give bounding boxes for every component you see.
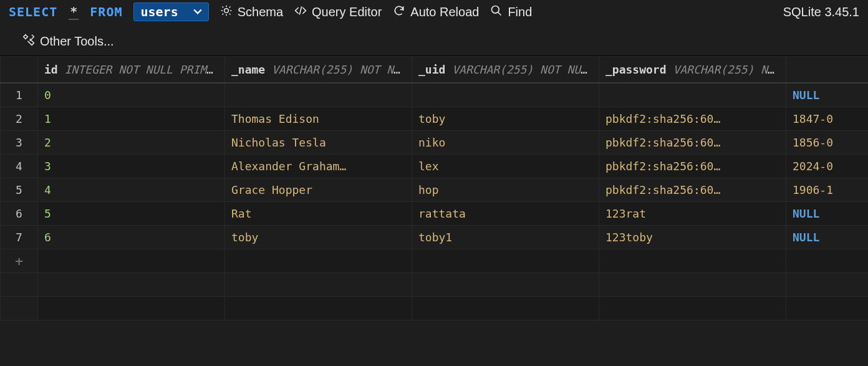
add-row[interactable]: + bbox=[1, 249, 869, 272]
col-name: _name bbox=[231, 63, 265, 76]
cell-id[interactable]: 1 bbox=[38, 107, 225, 130]
empty-cell bbox=[599, 296, 786, 320]
empty-cell bbox=[786, 296, 869, 320]
cell-name[interactable]: Thomas Edison bbox=[225, 107, 412, 130]
code-icon bbox=[294, 4, 307, 20]
find-button[interactable]: Find bbox=[490, 4, 532, 20]
cell-uid[interactable]: toby bbox=[412, 107, 599, 130]
cell-password[interactable]: 123rat bbox=[599, 201, 786, 225]
empty-cell[interactable] bbox=[412, 249, 599, 272]
table-dropdown[interactable]: users bbox=[133, 2, 208, 21]
empty-cell bbox=[786, 272, 869, 296]
empty-cell bbox=[225, 296, 412, 320]
empty-cell[interactable] bbox=[225, 249, 412, 272]
cell-created[interactable]: 1906-1 bbox=[786, 178, 869, 201]
table-row: 54Grace Hopperhoppbkdf2:sha256:60…1906-1 bbox=[1, 178, 869, 201]
gear-icon bbox=[220, 4, 233, 20]
table-dropdown-label: users bbox=[140, 4, 178, 19]
empty-cell bbox=[38, 296, 225, 320]
header-row: id INTEGER NOT NULL PRIMARY KEY _name VA… bbox=[1, 57, 869, 84]
table-row: 43Alexander Graham…lexpbkdf2:sha256:60…2… bbox=[1, 154, 869, 178]
table-row: 10NULL bbox=[1, 83, 869, 107]
column-header-created[interactable]: _c bbox=[786, 57, 869, 84]
row-number[interactable]: 4 bbox=[1, 154, 38, 178]
cell-created[interactable]: NULL bbox=[786, 201, 869, 225]
empty-cell bbox=[412, 272, 599, 296]
query-editor-button[interactable]: Query Editor bbox=[294, 4, 382, 20]
cell-password[interactable]: pbkdf2:sha256:60… bbox=[599, 178, 786, 201]
tools-icon bbox=[22, 34, 35, 49]
auto-reload-label: Auto Reload bbox=[410, 5, 479, 19]
auto-reload-button[interactable]: Auto Reload bbox=[393, 4, 479, 20]
sql-columns-selector[interactable]: * bbox=[69, 4, 79, 20]
row-number[interactable]: 3 bbox=[1, 130, 38, 154]
schema-label: Schema bbox=[238, 5, 283, 19]
cell-password[interactable]: pbkdf2:sha256:60… bbox=[599, 107, 786, 130]
cell-created[interactable]: 1847-0 bbox=[786, 107, 869, 130]
cell-uid[interactable]: rattata bbox=[412, 201, 599, 225]
sql-from-keyword: FROM bbox=[90, 4, 122, 19]
empty-cell[interactable] bbox=[38, 249, 225, 272]
cell-password[interactable]: pbkdf2:sha256:60… bbox=[599, 130, 786, 154]
row-number[interactable]: 5 bbox=[1, 178, 38, 201]
column-header-uid[interactable]: _uid VARCHAR(255) NOT NULL UNIQUE bbox=[412, 57, 599, 84]
cell-uid[interactable] bbox=[412, 83, 599, 107]
cell-name[interactable]: toby bbox=[225, 225, 412, 249]
cell-name[interactable]: Grace Hopper bbox=[225, 178, 412, 201]
cell-password[interactable]: pbkdf2:sha256:60… bbox=[599, 154, 786, 178]
cell-created[interactable]: NULL bbox=[786, 83, 869, 107]
cell-password[interactable]: 123toby bbox=[599, 225, 786, 249]
cell-uid[interactable]: lex bbox=[412, 154, 599, 178]
table-row: 65Ratrattata123ratNULL bbox=[1, 201, 869, 225]
schema-button[interactable]: Schema bbox=[220, 4, 283, 20]
cell-id[interactable]: 0 bbox=[38, 83, 225, 107]
table-row: 21Thomas Edisontobypbkdf2:sha256:60…1847… bbox=[1, 107, 869, 130]
other-tools-button[interactable]: Other Tools... bbox=[22, 34, 114, 49]
empty-cell[interactable] bbox=[599, 249, 786, 272]
reload-icon bbox=[393, 4, 405, 20]
search-icon bbox=[490, 4, 503, 20]
cell-id[interactable]: 4 bbox=[38, 178, 225, 201]
empty-row bbox=[1, 272, 869, 296]
column-header-password[interactable]: _password VARCHAR(255) NOT NULL bbox=[599, 57, 786, 84]
col-name: id bbox=[44, 63, 58, 76]
col-name: _uid bbox=[418, 63, 445, 76]
plus-icon[interactable]: + bbox=[1, 249, 38, 272]
svg-point-0 bbox=[492, 6, 499, 13]
empty-cell[interactable] bbox=[786, 249, 869, 272]
cell-id[interactable]: 5 bbox=[38, 201, 225, 225]
cell-name[interactable]: Nicholas Tesla bbox=[225, 130, 412, 154]
find-label: Find bbox=[508, 5, 532, 19]
empty-cell bbox=[412, 296, 599, 320]
cell-uid[interactable]: niko bbox=[412, 130, 599, 154]
cell-id[interactable]: 6 bbox=[38, 225, 225, 249]
cell-uid[interactable]: hop bbox=[412, 178, 599, 201]
cell-created[interactable]: NULL bbox=[786, 225, 869, 249]
table-row: 32Nicholas Teslanikopbkdf2:sha256:60…185… bbox=[1, 130, 869, 154]
gutter-header bbox=[1, 57, 38, 84]
cell-id[interactable]: 2 bbox=[38, 130, 225, 154]
column-header-name[interactable]: _name VARCHAR(255) NOT NULL bbox=[225, 57, 412, 84]
other-tools-label: Other Tools... bbox=[40, 34, 114, 49]
row-number[interactable]: 1 bbox=[1, 83, 38, 107]
toolbar: SELECT * FROM users Schema Query Editor … bbox=[0, 0, 868, 55]
row-number bbox=[1, 296, 38, 320]
cell-name[interactable]: Rat bbox=[225, 201, 412, 225]
cell-uid[interactable]: toby1 bbox=[412, 225, 599, 249]
row-number bbox=[1, 272, 38, 296]
col-type: INTEGER NOT NULL PRIMARY KEY bbox=[65, 63, 225, 76]
cell-id[interactable]: 3 bbox=[38, 154, 225, 178]
empty-cell bbox=[599, 272, 786, 296]
cell-password[interactable] bbox=[599, 83, 786, 107]
data-grid: id INTEGER NOT NULL PRIMARY KEY _name VA… bbox=[0, 55, 868, 320]
cell-name[interactable]: Alexander Graham… bbox=[225, 154, 412, 178]
sqlite-version: SQLite 3.45.1 bbox=[783, 5, 859, 19]
column-header-id[interactable]: id INTEGER NOT NULL PRIMARY KEY bbox=[38, 57, 225, 84]
row-number[interactable]: 6 bbox=[1, 201, 38, 225]
empty-cell bbox=[38, 272, 225, 296]
cell-name[interactable] bbox=[225, 83, 412, 107]
row-number[interactable]: 2 bbox=[1, 107, 38, 130]
cell-created[interactable]: 2024-0 bbox=[786, 154, 869, 178]
cell-created[interactable]: 1856-0 bbox=[786, 130, 869, 154]
row-number[interactable]: 7 bbox=[1, 225, 38, 249]
